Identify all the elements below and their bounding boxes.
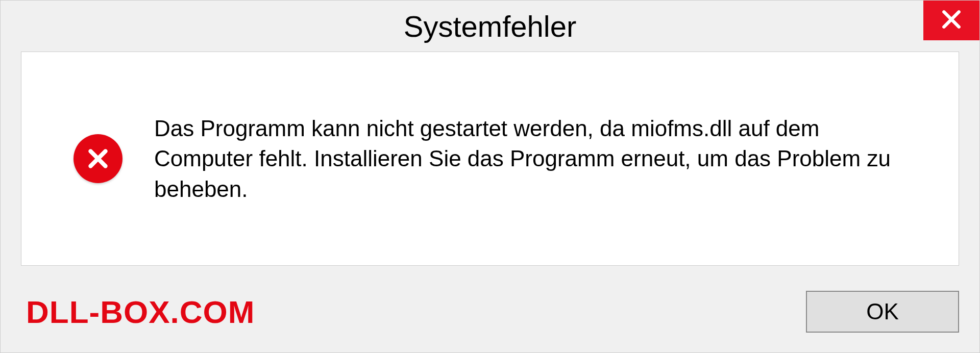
title-bar: Systemfehler: [1, 1, 979, 52]
ok-button[interactable]: OK: [806, 291, 959, 333]
content-panel: Das Programm kann nicht gestartet werden…: [21, 52, 959, 266]
watermark-text: DLL-BOX.COM: [21, 294, 255, 330]
bottom-bar: DLL-BOX.COM OK: [1, 281, 979, 342]
dialog-title: Systemfehler: [404, 9, 576, 43]
close-icon: [940, 8, 963, 33]
error-dialog: Systemfehler Das Programm kann nicht ges…: [0, 0, 980, 353]
error-icon: [72, 133, 124, 184]
close-button[interactable]: [923, 1, 979, 40]
error-message: Das Programm kann nicht gestartet werden…: [154, 113, 913, 204]
